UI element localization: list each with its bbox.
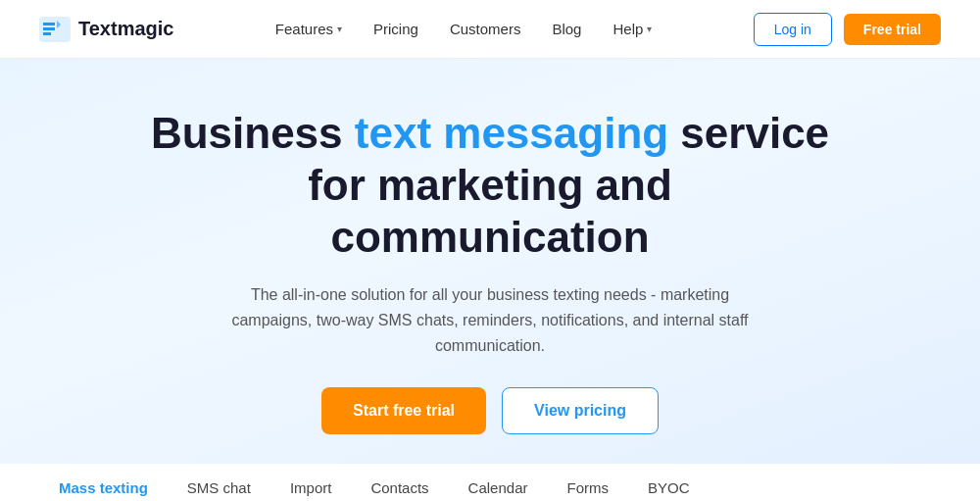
tab-import[interactable]: Import (270, 464, 352, 501)
logo-text: Textmagic (78, 18, 173, 40)
main-nav: Features ▾ Pricing Customers Blog Help ▾ (275, 21, 652, 37)
help-chevron-icon: ▾ (647, 24, 652, 34)
tab-sms-chat[interactable]: SMS chat (168, 464, 270, 501)
login-button[interactable]: Log in (754, 13, 832, 46)
tab-calendar[interactable]: Calendar (449, 464, 548, 501)
tab-mass-texting[interactable]: Mass texting (39, 464, 168, 501)
tab-byoc[interactable]: BYOC (628, 464, 710, 501)
logo[interactable]: Textmagic (39, 17, 173, 42)
features-chevron-icon: ▾ (337, 24, 342, 34)
tab-contacts[interactable]: Contacts (351, 464, 448, 501)
nav-customers[interactable]: Customers (450, 21, 521, 37)
nav-blog[interactable]: Blog (552, 21, 581, 37)
free-trial-button[interactable]: Free trial (844, 14, 941, 45)
header: Textmagic Features ▾ Pricing Customers B… (0, 0, 980, 59)
nav-help[interactable]: Help ▾ (612, 21, 652, 37)
textmagic-logo-icon (39, 17, 71, 42)
hero-title: Business text messaging service for mark… (147, 108, 833, 263)
start-trial-button[interactable]: Start free trial (321, 387, 486, 434)
hero-buttons: Start free trial View pricing (39, 387, 941, 434)
hero-subtitle: The all-in-one solution for all your bus… (225, 282, 755, 358)
view-pricing-button[interactable]: View pricing (502, 387, 659, 434)
hero-section: Business text messaging service for mark… (0, 59, 980, 464)
hero-title-part1: Business (151, 109, 355, 157)
tab-forms[interactable]: Forms (547, 464, 628, 501)
feature-tabs: Mass texting SMS chat Import Contacts Ca… (0, 464, 980, 501)
hero-title-highlight: text messaging (355, 109, 668, 157)
header-actions: Log in Free trial (754, 13, 941, 46)
nav-pricing[interactable]: Pricing (373, 21, 418, 37)
nav-features[interactable]: Features ▾ (275, 21, 342, 37)
